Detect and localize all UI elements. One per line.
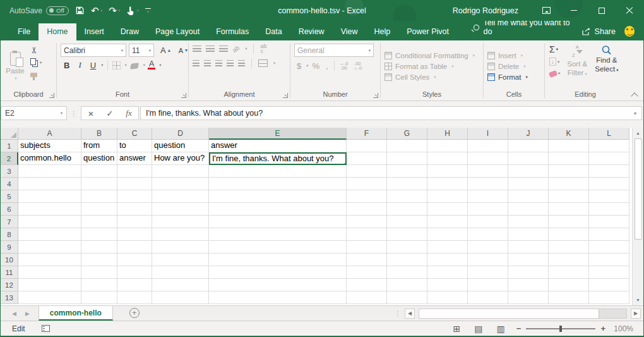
redo-dropdown[interactable]: ▾ [118, 8, 121, 13]
row-header-4[interactable]: 4 [1, 178, 18, 190]
cell-H9[interactable] [427, 241, 468, 254]
cell-styles-button[interactable]: Cell Styles▾ [382, 73, 477, 82]
cell-J2[interactable] [508, 152, 549, 165]
accounting-dropdown[interactable]: ▾ [306, 63, 308, 68]
cell-E12[interactable] [209, 279, 347, 291]
cell-K8[interactable] [549, 228, 589, 241]
cell-D7[interactable] [152, 216, 209, 228]
cell-D6[interactable] [152, 203, 209, 216]
format-painter-button[interactable] [28, 70, 44, 78]
cell-L2[interactable] [589, 152, 629, 165]
cell-G8[interactable] [387, 228, 427, 241]
save-button[interactable] [75, 6, 85, 15]
zoom-slider-thumb[interactable] [559, 326, 562, 332]
cell-J13[interactable] [508, 291, 549, 304]
cell-J9[interactable] [508, 241, 549, 254]
cell-A9[interactable] [18, 241, 81, 254]
alignment-dialog-launcher[interactable] [283, 93, 288, 98]
cell-B5[interactable] [81, 190, 117, 203]
font-color-dropdown[interactable]: ▾ [159, 63, 161, 68]
row-header-10[interactable]: 10 [1, 254, 18, 266]
cell-J11[interactable] [508, 266, 549, 279]
cell-C4[interactable] [117, 178, 152, 190]
macro-record-icon[interactable] [42, 325, 50, 332]
cell-I10[interactable] [468, 254, 508, 266]
cell-H1[interactable] [427, 140, 468, 152]
underline-dropdown[interactable]: ▾ [101, 63, 103, 68]
increase-indent-button[interactable] [238, 60, 245, 66]
cell-D10[interactable] [152, 254, 209, 266]
cell-J8[interactable] [508, 228, 549, 241]
formula-input[interactable]: I'm fine, thanks. What about you? ▾ [140, 106, 642, 120]
cell-G7[interactable] [387, 216, 427, 228]
fill-color-button[interactable] [130, 63, 139, 70]
cell-L13[interactable] [589, 291, 629, 304]
cell-J1[interactable] [508, 140, 549, 152]
cell-C5[interactable] [117, 190, 152, 203]
column-header-L[interactable]: L [589, 128, 629, 140]
row-header-9[interactable]: 9 [1, 241, 18, 254]
percent-style-button[interactable]: % [310, 61, 323, 71]
fill-dropdown[interactable]: ▾ [558, 59, 559, 64]
decrease-decimal-button[interactable]: .00 →.0 [351, 61, 364, 71]
clear-button[interactable]: ▾ [547, 68, 562, 78]
cell-C3[interactable] [117, 165, 152, 178]
cell-L12[interactable] [589, 279, 629, 291]
tab-power-pivot[interactable]: Power Pivot [398, 23, 457, 40]
undo-button[interactable]: ↶▾ [91, 5, 102, 16]
cell-H2[interactable] [427, 152, 468, 165]
row-header-7[interactable]: 7 [1, 216, 18, 228]
cell-H8[interactable] [427, 228, 468, 241]
grow-font-button[interactable]: A▴ [157, 44, 172, 56]
cell-K6[interactable] [549, 203, 589, 216]
sheet-tab-common-hello[interactable]: common-hello [39, 306, 113, 321]
cell-B8[interactable] [81, 228, 117, 241]
format-cells-button[interactable]: Format▾ [485, 73, 530, 82]
cell-G2[interactable] [387, 152, 427, 165]
cell-C1[interactable]: to [117, 140, 152, 152]
font-dialog-launcher[interactable] [181, 93, 186, 98]
cell-G4[interactable] [387, 178, 427, 190]
cell-D3[interactable] [152, 165, 209, 178]
cell-A13[interactable] [18, 291, 81, 304]
cell-J3[interactable] [508, 165, 549, 178]
formula-bar-resize-handle[interactable]: ⋮ [68, 110, 80, 117]
tab-file[interactable]: File [9, 23, 39, 40]
clipboard-dialog-launcher[interactable] [49, 93, 54, 98]
user-name[interactable]: Rodrigo Rodriguez [453, 6, 518, 15]
vertical-scroll-thumb[interactable] [635, 138, 642, 240]
row-header-5[interactable]: 5 [1, 190, 18, 203]
cell-A8[interactable] [18, 228, 81, 241]
touch-mode-dropdown[interactable]: ▾ [136, 8, 139, 13]
cell-D2[interactable]: How are you? [152, 152, 209, 165]
font-color-button[interactable]: A [148, 61, 155, 70]
cell-J4[interactable] [508, 178, 549, 190]
column-header-B[interactable]: B [81, 128, 117, 140]
sort-filter-button[interactable]: A Z Sort & Filter▾ [564, 44, 590, 89]
column-header-D[interactable]: D [152, 128, 209, 140]
cell-B10[interactable] [81, 254, 117, 266]
cell-C12[interactable] [117, 279, 152, 291]
autosum-button[interactable]: Σ▾ [547, 44, 562, 55]
cell-B3[interactable] [81, 165, 117, 178]
undo-dropdown[interactable]: ▾ [100, 8, 103, 13]
row-header-6[interactable]: 6 [1, 203, 18, 216]
cell-G13[interactable] [387, 291, 427, 304]
cell-E13[interactable] [209, 291, 347, 304]
tab-split-handle[interactable]: ⋮ [395, 310, 401, 317]
cell-L5[interactable] [589, 190, 629, 203]
cell-B9[interactable] [81, 241, 117, 254]
cell-A12[interactable] [18, 279, 81, 291]
minimize-button[interactable] [560, 0, 588, 21]
decrease-indent-button[interactable] [227, 60, 234, 66]
page-break-view-button[interactable]: ▥ [497, 324, 505, 334]
cell-D9[interactable] [152, 241, 209, 254]
cell-K5[interactable] [549, 190, 589, 203]
cell-K4[interactable] [549, 178, 589, 190]
cell-K13[interactable] [549, 291, 589, 304]
fill-color-dropdown[interactable]: ▾ [143, 63, 145, 68]
new-sheet-button[interactable]: + [129, 308, 140, 318]
cell-A5[interactable] [18, 190, 81, 203]
cell-I4[interactable] [468, 178, 508, 190]
column-header-A[interactable]: A [18, 128, 81, 140]
